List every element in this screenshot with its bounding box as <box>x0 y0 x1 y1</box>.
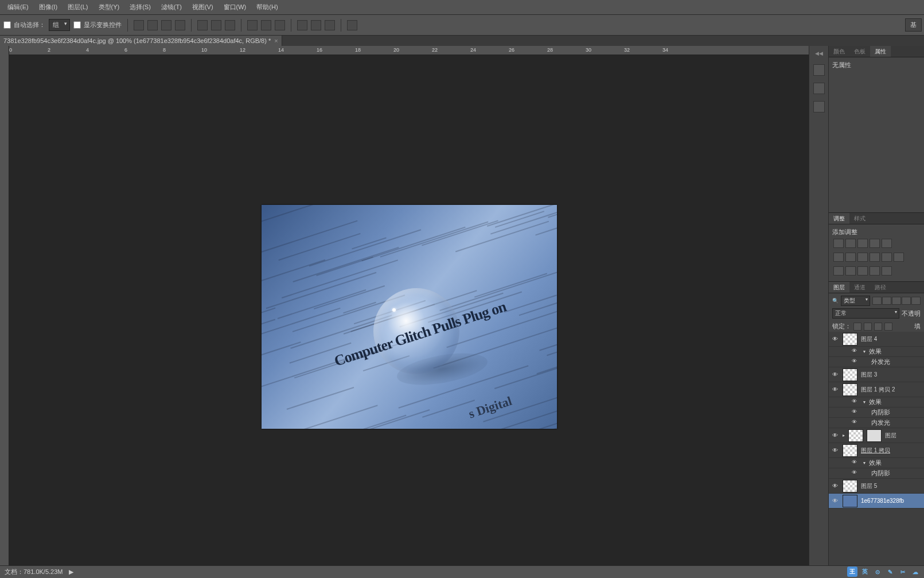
lock-all-icon[interactable] <box>884 323 892 331</box>
tab-properties[interactable]: 属性 <box>870 46 891 57</box>
document-tab[interactable]: 7381e328fb954c3e6f2384d0af4c.jpg @ 100% … <box>0 36 282 46</box>
layer-thumbnail[interactable] <box>843 444 857 457</box>
layer-effect-row[interactable]: 👁内阴影 <box>829 408 924 418</box>
tab-channels[interactable]: 通道 <box>849 282 870 293</box>
tab-swatches[interactable]: 色板 <box>849 46 870 57</box>
align-icon[interactable] <box>134 20 144 30</box>
collapse-dock-icon[interactable]: ◀◀ <box>814 49 824 57</box>
menu-select[interactable]: 选择(S) <box>124 1 156 14</box>
menu-image[interactable]: 图像(I) <box>34 1 63 14</box>
visibility-icon[interactable]: 👁 <box>831 335 839 343</box>
visibility-icon[interactable]: 👁 <box>852 470 860 478</box>
ime-icon[interactable]: 王 <box>847 567 857 577</box>
tab-adjustments[interactable]: 调整 <box>829 213 849 224</box>
gradient-adjustment-icon[interactable] <box>870 266 880 276</box>
layer-thumbnail[interactable] <box>843 383 857 396</box>
history-panel-icon[interactable] <box>813 64 825 76</box>
filter-type-icon[interactable] <box>892 297 901 305</box>
distribute-icon[interactable] <box>261 20 271 30</box>
levels-adjustment-icon[interactable] <box>845 239 856 248</box>
layer-thumbnail[interactable] <box>843 495 857 507</box>
layer-row[interactable]: 👁图层 5 <box>829 479 924 494</box>
mixer-adjustment-icon[interactable] <box>882 253 892 262</box>
lookup-adjustment-icon[interactable] <box>894 253 904 262</box>
layer-thumbnail[interactable] <box>843 480 857 492</box>
visibility-icon[interactable]: 👁 <box>831 482 839 490</box>
bw-adjustment-icon[interactable] <box>857 253 868 262</box>
menu-view[interactable]: 视图(V) <box>187 1 219 14</box>
visibility-icon[interactable]: 👁 <box>831 447 839 455</box>
3d-mode-icon[interactable] <box>347 20 357 30</box>
menu-type[interactable]: 类型(Y) <box>93 1 125 14</box>
align-icon[interactable] <box>211 20 221 30</box>
menu-layer[interactable]: 图层(L) <box>63 1 93 14</box>
visibility-icon[interactable]: 👁 <box>852 419 860 427</box>
ime-lang-icon[interactable]: 英 <box>860 567 870 577</box>
menu-help[interactable]: 帮助(H) <box>251 1 283 14</box>
invert-adjustment-icon[interactable] <box>833 266 844 276</box>
tab-color[interactable]: 颜色 <box>829 46 849 57</box>
align-icon[interactable] <box>175 20 185 30</box>
threshold-adjustment-icon[interactable] <box>857 266 868 276</box>
visibility-icon[interactable]: 👁 <box>852 398 860 406</box>
align-icon[interactable] <box>147 20 158 30</box>
visibility-icon[interactable]: 👁 <box>831 371 839 379</box>
filter-smart-icon[interactable] <box>911 297 921 305</box>
layer-thumbnail[interactable] <box>843 333 857 346</box>
menu-edit[interactable]: 编辑(E) <box>2 1 34 14</box>
layer-filter-dropdown[interactable]: 类型 <box>841 296 870 306</box>
layer-row[interactable]: 👁▸图层 <box>829 428 924 443</box>
visibility-icon[interactable]: 👁 <box>852 348 860 356</box>
balance-adjustment-icon[interactable] <box>845 253 856 262</box>
photofilter-adjustment-icon[interactable] <box>870 253 880 262</box>
status-arrow-icon[interactable]: ▶ <box>69 568 73 576</box>
ime-tool-icon[interactable]: ⊙ <box>872 567 883 577</box>
layer-thumbnail[interactable] <box>848 429 863 442</box>
actions-panel-icon[interactable] <box>813 83 825 94</box>
selective-adjustment-icon[interactable] <box>882 266 892 276</box>
align-icon[interactable] <box>225 20 235 30</box>
exposure-adjustment-icon[interactable] <box>870 239 880 248</box>
layer-effect-row[interactable]: 👁▾效果 <box>829 397 924 408</box>
ime-tool-icon[interactable]: ✂ <box>898 567 908 577</box>
close-icon[interactable]: × <box>274 37 278 44</box>
menu-window[interactable]: 窗口(W) <box>219 1 252 14</box>
distribute-icon[interactable] <box>275 20 285 30</box>
visibility-icon[interactable]: 👁 <box>852 459 860 467</box>
layer-row[interactable]: 👁图层 1 拷贝 <box>829 443 924 458</box>
hue-adjustment-icon[interactable] <box>833 253 844 262</box>
distribute-icon[interactable] <box>247 20 258 30</box>
layer-row[interactable]: 👁图层 1 拷贝 2 <box>829 382 924 397</box>
distribute-icon[interactable] <box>311 20 321 30</box>
menu-filter[interactable]: 滤镜(T) <box>156 1 187 14</box>
lock-pixels-icon[interactable] <box>864 323 872 331</box>
show-transform-checkbox[interactable]: 显示变换控件 <box>73 21 122 29</box>
brightness-adjustment-icon[interactable] <box>833 239 844 248</box>
properties-panel-icon[interactable] <box>813 101 825 113</box>
filter-shape-icon[interactable] <box>902 297 911 305</box>
visibility-icon[interactable]: 👁 <box>852 358 860 366</box>
workspace-button[interactable]: 基 <box>905 18 922 32</box>
layer-row[interactable]: 👁1e677381e328fb <box>829 494 924 509</box>
visibility-icon[interactable]: 👁 <box>831 386 839 394</box>
layer-effect-row[interactable]: 👁▾效果 <box>829 347 924 357</box>
filter-adjust-icon[interactable] <box>882 297 891 305</box>
distribute-icon[interactable] <box>325 20 335 30</box>
auto-select-checkbox[interactable]: 自动选择： <box>3 21 45 29</box>
tab-paths[interactable]: 路径 <box>870 282 891 293</box>
mask-thumbnail[interactable] <box>867 429 882 442</box>
visibility-icon[interactable]: 👁 <box>831 432 839 440</box>
layer-row[interactable]: 👁图层 3 <box>829 367 924 382</box>
vibrance-adjustment-icon[interactable] <box>882 239 892 248</box>
tab-styles[interactable]: 样式 <box>849 213 870 224</box>
lock-transparency-icon[interactable] <box>853 323 861 331</box>
distribute-icon[interactable] <box>297 20 307 30</box>
layer-row[interactable]: 👁图层 4 <box>829 332 924 347</box>
filter-pixel-icon[interactable] <box>872 297 882 305</box>
ime-tool-icon[interactable]: ✎ <box>885 567 895 577</box>
canvas[interactable]: Computer Glitch Pulls Plug on s Digital <box>9 55 809 578</box>
layer-effect-row[interactable]: 👁内阴影 <box>829 468 924 479</box>
layer-effect-row[interactable]: 👁内发光 <box>829 418 924 428</box>
align-icon[interactable] <box>161 20 171 30</box>
posterize-adjustment-icon[interactable] <box>845 266 856 276</box>
